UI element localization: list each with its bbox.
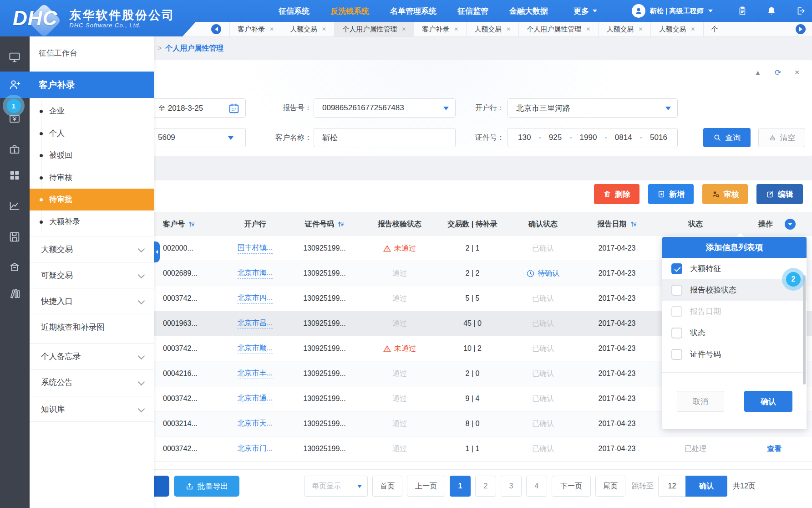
next-page-button[interactable]: 下一页	[552, 476, 591, 497]
prev-page-button[interactable]: 上一页	[407, 476, 445, 497]
col-header-confirm-status[interactable]: 确认状态	[507, 220, 579, 229]
sidebar-section-item[interactable]: 知识库	[30, 396, 154, 422]
id-no-field[interactable]: 130-925-1990-0814-5016	[508, 128, 678, 147]
close-icon[interactable]: ✕	[586, 26, 590, 32]
sidebar-sub-item[interactable]: 被驳回	[30, 144, 154, 166]
view-link[interactable]: 查看	[767, 444, 782, 454]
sidebar-section-customer-supplement[interactable]: 客户补录	[30, 72, 154, 98]
scrollbar[interactable]	[803, 275, 806, 385]
nav-more[interactable]: 更多	[573, 0, 597, 22]
table-row[interactable]: 0003742... 北京市门... 130925199... 通过 1 | 1…	[154, 436, 812, 462]
top-nav-item[interactable]: 名单管理系统	[390, 6, 436, 16]
bank-link[interactable]: 北京市昌...	[238, 318, 273, 329]
batch-export-button[interactable]: 批量导出	[174, 476, 239, 497]
jump-to-input[interactable]: 12	[658, 476, 685, 497]
sidebar-sub-item[interactable]: 待审批	[30, 189, 154, 210]
sort-icon[interactable]	[630, 221, 637, 227]
archive-icon[interactable]	[8, 261, 21, 273]
bank-select[interactable]: 北京市三里河路	[508, 98, 678, 118]
close-icon[interactable]: ✕	[401, 26, 406, 32]
top-nav-item[interactable]: 金融大数据	[509, 6, 548, 16]
sidebar-sub-item[interactable]: 企业	[30, 100, 154, 122]
checkbox-icon[interactable]	[671, 349, 682, 360]
top-nav-item[interactable]: 征信系统	[279, 6, 310, 16]
tab[interactable]: 个 ✕	[703, 22, 726, 36]
top-nav-item[interactable]: 反洗钱系统	[330, 6, 369, 16]
sidebar-sub-item[interactable]: 个人	[30, 123, 154, 144]
sort-icon[interactable]	[338, 221, 344, 227]
close-icon[interactable]: ✕	[690, 26, 695, 32]
delete-button[interactable]: 删除	[594, 184, 639, 204]
column-settings-button[interactable]	[785, 219, 796, 230]
col-header-customer-no[interactable]: 客户号	[154, 220, 222, 229]
sidebar-sub-item[interactable]: 大额补录	[30, 211, 154, 233]
last-page-button[interactable]: 尾页	[595, 476, 625, 497]
bank-link[interactable]: 北京市门...	[238, 444, 273, 454]
tab[interactable]: 客户补录 ✕	[414, 22, 466, 36]
cancel-button[interactable]: 取消	[677, 391, 724, 412]
checkbox-icon[interactable]	[671, 328, 682, 339]
bank-link[interactable]: 北京市海...	[238, 268, 273, 279]
add-button[interactable]: 新增	[648, 184, 694, 204]
tab[interactable]: 个人用户属性管理 ✕	[518, 22, 598, 36]
query-button[interactable]: 查询	[703, 128, 751, 147]
edit-button[interactable]: 编辑	[756, 184, 803, 204]
close-icon[interactable]: ✕	[454, 26, 458, 32]
close-icon[interactable]: ✕	[322, 26, 326, 32]
bank-link[interactable]: 北京市天...	[238, 419, 273, 429]
checkbox-icon[interactable]	[671, 306, 682, 317]
calendar-icon[interactable]	[228, 103, 240, 114]
tab[interactable]: 大额交易 ✕	[598, 22, 650, 36]
col-header-tx-count[interactable]: 交易数 | 待补录	[438, 220, 507, 229]
close-icon[interactable]: ✕	[792, 67, 802, 77]
collapse-panel-icon[interactable]: ▲	[753, 67, 763, 77]
logout-icon[interactable]	[796, 6, 806, 16]
bank-link[interactable]: 北京市四...	[238, 293, 273, 304]
bell-icon[interactable]	[766, 6, 776, 16]
bank-link[interactable]: 北京市顺...	[238, 344, 273, 354]
grid-icon[interactable]	[8, 169, 21, 182]
confirm-button[interactable]: 确认	[744, 391, 792, 412]
sidebar-collapse-handle[interactable]	[154, 241, 160, 262]
col-header-id-no[interactable]: 证件号码	[288, 220, 361, 229]
col-header-bank[interactable]: 开户行	[222, 220, 288, 229]
tab[interactable]: 大额交易 ✕	[650, 22, 703, 36]
sidebar-sub-item[interactable]: 待审核	[30, 167, 154, 189]
refresh-icon[interactable]: ⟳	[773, 67, 783, 77]
tabs-scroll-right-button[interactable]	[796, 24, 806, 34]
checkbox-icon[interactable]	[671, 263, 682, 274]
close-icon[interactable]: ✕	[638, 26, 643, 32]
tab[interactable]: 大额交易 ✕	[466, 22, 518, 36]
page-number-button[interactable]: 2	[475, 476, 496, 497]
sidebar-section-item[interactable]: 大额交易	[30, 236, 154, 262]
tab[interactable]: 个人用户属性管理 ✕	[334, 22, 414, 36]
top-nav-item[interactable]: 征信监管	[457, 6, 488, 16]
per-page-select[interactable]: 每页显示	[304, 476, 368, 497]
tab[interactable]: 大额交易 ✕	[282, 22, 334, 36]
bank-link[interactable]: 北京市通...	[238, 394, 273, 404]
page-number-button[interactable]: 3	[501, 476, 522, 497]
page-number-button[interactable]: 4	[526, 476, 547, 497]
first-page-button[interactable]: 首页	[372, 476, 402, 497]
chart-icon[interactable]	[8, 200, 21, 212]
clear-button[interactable]: 清空	[758, 128, 805, 147]
save-icon[interactable]	[8, 231, 21, 243]
column-option[interactable]: 报告日期	[662, 301, 807, 322]
briefcase-alert-icon[interactable]	[8, 143, 21, 156]
col-header-status[interactable]: 状态	[655, 220, 736, 229]
tabs-scroll-left-button[interactable]	[211, 24, 221, 34]
clipboard-icon[interactable]	[737, 6, 747, 16]
tab[interactable]: 客户补录 ✕	[229, 22, 282, 36]
sidebar-section-item[interactable]: 个人备忘录	[30, 343, 154, 369]
close-icon[interactable]: ✕	[506, 26, 511, 32]
column-option[interactable]: 状态	[662, 322, 807, 344]
bank-link[interactable]: 国丰村镇...	[238, 243, 273, 254]
sort-icon[interactable]	[188, 221, 195, 227]
col-header-operation[interactable]: 操作	[736, 219, 812, 230]
col-header-report-date[interactable]: 报告日期	[579, 220, 655, 229]
sidebar-section-item[interactable]: 快捷入口	[30, 288, 154, 314]
customer-name-field[interactable]: 靳松	[314, 128, 456, 147]
person-add-icon[interactable]	[8, 78, 21, 91]
monitor-icon[interactable]	[8, 51, 21, 64]
col-header-report-check-status[interactable]: 报告校验状态	[361, 220, 438, 229]
